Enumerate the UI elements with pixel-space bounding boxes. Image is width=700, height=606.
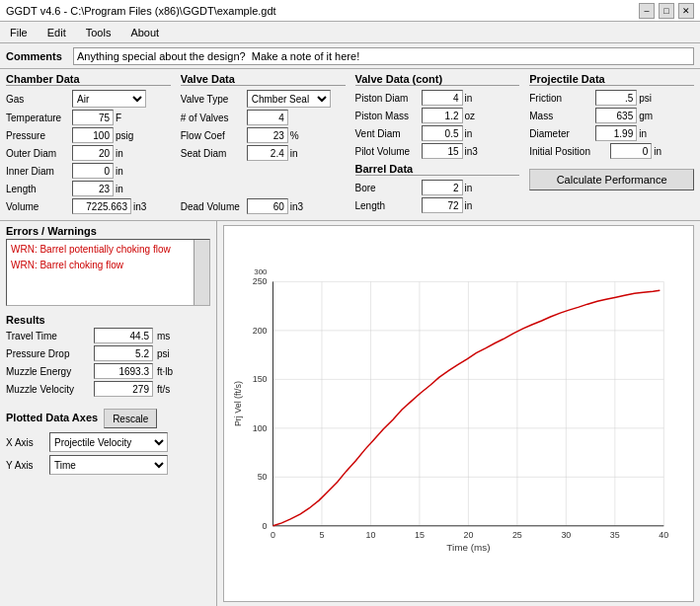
diameter-input[interactable] [595, 125, 637, 141]
initial-position-label: Initial Position [529, 146, 608, 157]
svg-rect-0 [224, 272, 693, 556]
maximize-button[interactable]: □ [659, 3, 674, 19]
minimize-button[interactable]: – [639, 3, 655, 19]
bore-label: Bore [355, 183, 420, 193]
comments-input[interactable] [73, 47, 694, 65]
svg-text:30: 30 [561, 530, 571, 540]
initial-position-input[interactable] [610, 143, 652, 159]
piston-diam-input[interactable] [422, 90, 463, 106]
pressure-unit: psig [116, 130, 135, 141]
chamber-data-title: Chamber Data [6, 73, 171, 86]
svg-text:Time (ms): Time (ms) [446, 542, 490, 553]
menu-bar: File Edit Tools About [0, 22, 700, 43]
outer-diam-input[interactable] [72, 145, 114, 161]
scrollbar[interactable] [194, 240, 209, 305]
menu-file[interactable]: File [4, 25, 34, 40]
barrel-length-label: Length [355, 200, 420, 211]
temperature-label: Temperature [6, 113, 70, 123]
pilot-volume-input[interactable] [422, 143, 463, 159]
temperature-input[interactable] [72, 110, 114, 125]
svg-text:150: 150 [253, 374, 268, 384]
friction-input[interactable] [595, 90, 637, 106]
travel-time-unit: ms [157, 331, 187, 341]
valve-data-cont-group: Valve Data (cont) Piston Diam in Piston … [355, 73, 520, 216]
mass-label: Mass [529, 111, 593, 121]
title-bar: GGDT v4.6 - C:\Program Files (x86)\GGDT\… [0, 0, 700, 22]
gas-select[interactable]: Air [72, 90, 146, 108]
svg-text:35: 35 [610, 530, 620, 540]
dead-volume-label: Dead Volume [181, 201, 245, 212]
errors-box[interactable]: WRN: Barrel potentially choking flow WRN… [6, 239, 210, 306]
pilot-volume-unit: in3 [465, 146, 485, 157]
flow-coef-label: Flow Coef [181, 130, 245, 141]
svg-text:20: 20 [463, 530, 473, 540]
valve-data-cont-title: Valve Data (cont) [355, 73, 520, 86]
gas-label: Gas [6, 94, 70, 105]
dead-volume-input[interactable] [247, 198, 288, 214]
svg-text:200: 200 [253, 326, 268, 336]
muzzle-velocity-value[interactable] [94, 381, 153, 397]
comments-bar: Comments [0, 43, 700, 69]
friction-unit: psi [639, 93, 659, 104]
x-axis-select[interactable]: Projectile Velocity Time Position Pressu… [49, 432, 168, 452]
svg-text:10: 10 [365, 530, 375, 540]
svg-text:0: 0 [271, 530, 275, 540]
seat-diam-unit: in [290, 148, 310, 159]
length-input[interactable] [72, 181, 114, 196]
pressure-drop-value[interactable] [94, 345, 153, 361]
menu-edit[interactable]: Edit [41, 25, 72, 40]
close-button[interactable]: ✕ [678, 3, 694, 19]
right-panel: 0 50 100 150 200 250 300 Prj Vel (ft/s) … [217, 221, 700, 606]
title-bar-controls: – □ ✕ [639, 3, 694, 19]
calculate-performance-button[interactable]: Calculate Performance [529, 169, 694, 190]
piston-diam-unit: in [465, 93, 485, 104]
pressure-drop-label: Pressure Drop [6, 348, 90, 359]
piston-mass-unit: oz [465, 111, 485, 121]
vent-diam-input[interactable] [422, 125, 463, 141]
friction-label: Friction [529, 93, 593, 104]
mass-input[interactable] [595, 108, 637, 123]
pressure-input[interactable] [72, 127, 114, 143]
temperature-unit: F [116, 113, 135, 123]
barrel-length-unit: in [465, 200, 485, 211]
bore-input[interactable] [422, 180, 463, 195]
outer-diam-unit: in [116, 148, 135, 159]
seat-diam-input[interactable] [247, 145, 288, 161]
inner-diam-unit: in [116, 166, 135, 177]
valve-type-label: Valve Type [181, 94, 245, 105]
errors-section: Errors / Warnings WRN: Barrel potentiall… [6, 225, 210, 306]
svg-text:50: 50 [258, 472, 268, 482]
chart-svg: 0 50 100 150 200 250 300 Prj Vel (ft/s) … [224, 226, 693, 601]
inner-diam-input[interactable] [72, 163, 114, 179]
flow-coef-input[interactable] [247, 127, 288, 143]
y-axis-label: Y Axis [6, 460, 45, 471]
plotted-axes-section: Plotted Data Axes Rescale X Axis Project… [6, 409, 210, 478]
muzzle-energy-value[interactable] [94, 363, 153, 379]
left-panel: Errors / Warnings WRN: Barrel potentiall… [0, 221, 217, 606]
muzzle-energy-unit: ft·lb [157, 366, 187, 377]
volume-label: Volume [6, 201, 70, 212]
errors-title: Errors / Warnings [6, 225, 210, 237]
mass-unit: gm [639, 111, 659, 121]
menu-about[interactable]: About [124, 25, 165, 40]
num-valves-input[interactable] [247, 110, 288, 125]
piston-mass-input[interactable] [422, 108, 463, 123]
bore-unit: in [465, 183, 485, 193]
initial-position-unit: in [654, 146, 673, 157]
travel-time-value[interactable] [94, 328, 153, 343]
results-section: Results Travel Time ms Pressure Drop psi… [6, 314, 210, 399]
menu-tools[interactable]: Tools [80, 25, 117, 40]
outer-diam-label: Outer Diam [6, 148, 70, 159]
y-axis-select[interactable]: Time Projectile Velocity Position Pressu… [49, 455, 168, 475]
barrel-length-input[interactable] [422, 197, 463, 213]
data-section: Chamber Data Gas Air Temperature F Press… [0, 69, 700, 221]
x-axis-label: X Axis [6, 437, 45, 448]
travel-time-label: Travel Time [6, 331, 90, 341]
valve-type-select[interactable]: Chmber Seal [247, 90, 331, 108]
vent-diam-label: Vent Diam [355, 128, 420, 139]
valve-data-title: Valve Data [181, 73, 346, 86]
projectile-data-group: Projectile Data Friction psi Mass gm Dia… [529, 73, 694, 216]
volume-input[interactable] [72, 198, 131, 214]
plotted-axes-title: Plotted Data Axes [6, 412, 98, 423]
rescale-button[interactable]: Rescale [104, 409, 157, 428]
